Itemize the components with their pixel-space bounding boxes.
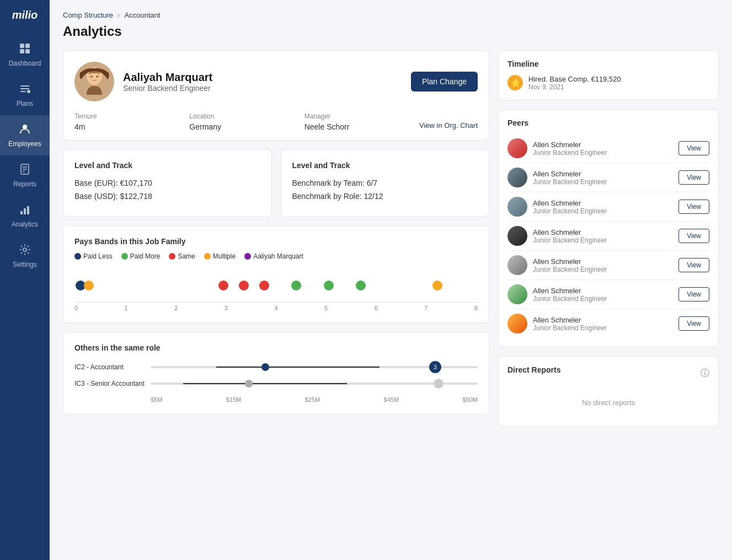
axis-label: 7 <box>424 305 428 311</box>
sidebar: milio Dashboard Plans <box>0 0 50 560</box>
peer-role: Junior Backend Engineer <box>533 207 673 215</box>
svg-rect-15 <box>27 206 29 214</box>
reports-icon <box>19 163 31 178</box>
legend-item: Multiple <box>204 252 236 260</box>
dashboard-icon <box>19 42 31 57</box>
peer-item: Allen Schmeler Junior Backend Engineer V… <box>507 192 709 222</box>
manager-value: Neele Schorr <box>304 122 410 131</box>
peers-list: Allen Schmeler Junior Backend Engineer V… <box>507 134 709 338</box>
sidebar-item-dashboard-label: Dashboard <box>9 60 41 67</box>
x-axis-label: $15M <box>226 396 242 403</box>
level-card-left: Level and Track Base (EUR): €107,170 Bas… <box>63 149 272 217</box>
peer-role: Junior Backend Engineer <box>533 149 673 157</box>
peer-avatar <box>507 138 527 158</box>
peers-title: Peers <box>507 119 709 127</box>
svg-rect-14 <box>24 208 26 214</box>
axis-label: 3 <box>225 305 228 311</box>
ic3-row: IC3 - Senior Accountant <box>74 380 478 387</box>
breadcrumb-parent[interactable]: Comp Structure <box>63 11 113 19</box>
sidebar-item-settings[interactable]: Settings <box>0 236 50 276</box>
svg-rect-2 <box>20 49 24 53</box>
ic3-label: IC3 - Senior Accountant <box>74 380 146 387</box>
plan-change-button[interactable]: Plan Change <box>411 72 478 91</box>
svg-rect-3 <box>25 49 30 53</box>
chart-dot <box>356 281 366 290</box>
peer-avatar <box>507 226 527 246</box>
peer-view-button[interactable]: View <box>678 141 709 155</box>
tenure-value: 4m <box>74 122 180 131</box>
tenure-label: Ternure <box>74 112 180 120</box>
peer-item: Allen Schmeler Junior Backend Engineer V… <box>507 251 709 280</box>
chart-axis: 012345678 <box>74 302 478 311</box>
sidebar-item-reports[interactable]: Reports <box>0 155 50 196</box>
pay-bands-card: Pays Bands in this Job Family Paid LessP… <box>63 225 489 323</box>
legend-item: Paid More <box>121 252 161 260</box>
sidebar-item-plans[interactable]: Plans <box>0 75 50 115</box>
svg-point-21 <box>91 76 93 78</box>
chart-dot <box>84 281 94 290</box>
legend-item: Aaliyah Marquart <box>244 252 303 260</box>
sidebar-item-analytics[interactable]: Analytics <box>0 196 50 236</box>
benchmark-team: Benchmark by Team: 6/7 <box>292 179 478 187</box>
employees-icon <box>19 123 31 138</box>
sidebar-item-employees-label: Employees <box>8 140 41 148</box>
peer-name: Allen Schmeler <box>533 199 673 207</box>
chart-dot <box>218 281 228 290</box>
peer-info: Allen Schmeler Junior Backend Engineer <box>533 316 673 332</box>
org-chart-link[interactable]: View in Org. Chart <box>419 112 478 131</box>
peer-view-button[interactable]: View <box>678 200 709 214</box>
peer-info: Allen Schmeler Junior Backend Engineer <box>533 287 673 303</box>
peer-avatar <box>507 284 527 304</box>
peer-view-button[interactable]: View <box>678 316 709 331</box>
timeline-card: Timeline ⭐ Hired. Base Comp. €119,520 No… <box>498 50 719 100</box>
ic2-track: 3 <box>151 366 478 368</box>
plans-icon <box>19 83 31 98</box>
peer-view-button[interactable]: View <box>678 170 709 185</box>
peer-info: Allen Schmeler Junior Backend Engineer <box>533 141 673 157</box>
peer-item: Allen Schmeler Junior Backend Engineer V… <box>507 134 709 163</box>
breadcrumb-current: Accountant <box>124 11 160 19</box>
breadcrumb: Comp Structure › Accountant <box>63 11 719 19</box>
sidebar-item-dashboard[interactable]: Dashboard <box>0 35 50 75</box>
logo: milio <box>12 9 38 21</box>
sidebar-item-settings-label: Settings <box>13 261 36 268</box>
peer-view-button[interactable]: View <box>678 229 709 243</box>
peer-name: Allen Schmeler <box>533 228 673 236</box>
peer-item: Allen Schmeler Junior Backend Engineer V… <box>507 280 709 309</box>
employee-title: Senior Backend Engineer <box>123 84 402 93</box>
peer-view-button[interactable]: View <box>678 287 709 301</box>
svg-point-16 <box>23 248 26 251</box>
axis-label: 2 <box>174 305 178 311</box>
manager-detail: Manager Neele Schorr <box>304 112 419 131</box>
content-grid: Aaliyah Marquart Senior Backend Engineer… <box>63 50 719 427</box>
level-card-left-title: Level and Track <box>74 161 260 170</box>
ic3-track <box>151 383 478 385</box>
sidebar-item-employees[interactable]: Employees <box>0 115 50 155</box>
base-usd: Base (USD): $122,718 <box>74 192 260 201</box>
x-axis-label: $5M <box>151 396 162 403</box>
analytics-icon <box>19 203 31 218</box>
x-axis-label: $45M <box>384 396 399 403</box>
svg-rect-4 <box>20 85 29 87</box>
peer-avatar <box>507 168 527 187</box>
breadcrumb-separator: › <box>117 11 120 19</box>
peer-view-button[interactable]: View <box>678 258 709 272</box>
pay-bands-title: Pays Bands in this Job Family <box>74 237 478 246</box>
peer-role: Junior Backend Engineer <box>533 236 673 244</box>
svg-rect-0 <box>20 44 24 48</box>
chart-dot <box>291 281 301 290</box>
peer-name: Allen Schmeler <box>533 287 673 295</box>
ic2-label: IC2 - Accountant <box>74 363 146 371</box>
timeline-icon: ⭐ <box>507 75 523 90</box>
peer-role: Junior Backend Engineer <box>533 295 673 303</box>
peer-role: Junior Backend Engineer <box>533 266 673 273</box>
peer-name: Allen Schmeler <box>533 316 673 324</box>
sidebar-item-plans-label: Plans <box>17 100 33 107</box>
main-content: Comp Structure › Accountant Analytics <box>50 0 732 560</box>
peer-name: Allen Schmeler <box>533 170 673 178</box>
x-axis-label: $50M <box>462 396 478 403</box>
level-cards: Level and Track Base (EUR): €107,170 Bas… <box>63 149 489 217</box>
peer-avatar <box>507 314 527 333</box>
range-chart: IC2 - Accountant 3 IC3 - Senior Accounta… <box>74 363 478 387</box>
peer-avatar <box>507 197 527 217</box>
